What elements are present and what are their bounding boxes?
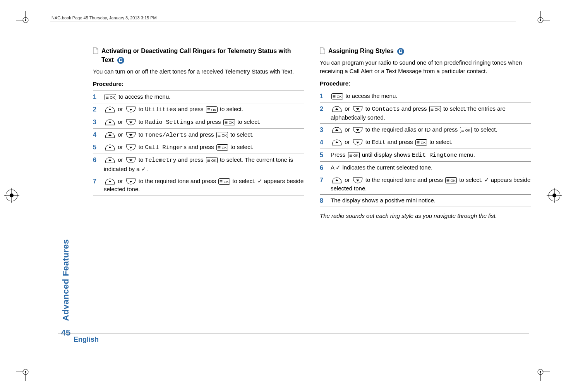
step-number: 7 [93, 177, 98, 194]
crop-mark-tl [16, 11, 30, 25]
feature-badge-icon [397, 48, 405, 55]
down-button-icon [125, 178, 136, 185]
ok-button-icon: ☰ OK [415, 139, 427, 146]
up-button-icon [105, 144, 115, 151]
step-number: 5 [93, 143, 98, 152]
down-button-icon [125, 144, 136, 151]
step: 2 or to Contacts and press ☰ OK to selec… [320, 103, 531, 124]
down-button-icon [125, 106, 136, 113]
step-number: 1 [320, 92, 325, 101]
ok-button-icon: ☰ OK [445, 177, 457, 183]
step-body: or to Tones/Alerts and press ☰ OK to sel… [104, 130, 304, 140]
step: 4 or to Tones/Alerts and press ☰ OK to s… [93, 128, 304, 141]
step: 7 or to the required tone and press ☰ OK… [93, 175, 304, 196]
registration-mark-right [547, 188, 562, 205]
document-icon [320, 47, 325, 54]
down-button-icon [352, 127, 363, 133]
step: 1 ☰ OK to access the menu. [320, 90, 531, 102]
step-body: or to the required alias or ID and press… [331, 125, 531, 134]
step-body: ☰ OK to access the menu. [104, 92, 304, 101]
svg-text:☰ OK: ☰ OK [207, 159, 216, 163]
svg-point-15 [540, 371, 541, 373]
ok-button-icon: ☰ OK [206, 157, 218, 163]
up-button-icon [105, 178, 115, 185]
svg-text:☰ OK: ☰ OK [218, 134, 227, 137]
up-button-icon [105, 132, 115, 138]
ok-button-icon: ☰ OK [460, 127, 472, 133]
svg-text:☰ OK: ☰ OK [220, 180, 229, 184]
svg-text:☰ OK: ☰ OK [218, 146, 227, 150]
right-column: Assigning Ring Styles You can program yo… [320, 46, 531, 346]
down-button-icon [352, 106, 363, 112]
intro-text: You can turn on or off the alert tones f… [93, 67, 304, 76]
intro-text: You can program your radio to sound one … [320, 58, 531, 75]
step-number: 5 [320, 151, 325, 160]
svg-text:☰ OK: ☰ OK [106, 96, 115, 99]
svg-text:☰ OK: ☰ OK [225, 121, 234, 125]
registration-mark-left [4, 188, 19, 205]
ok-button-icon: ☰ OK [216, 132, 228, 138]
step-number: 8 [320, 196, 325, 205]
step-list-left: 1 ☰ OK to access the menu. 2 or to Utili… [93, 91, 304, 195]
step-body: Press ☰ OK until display shows Edit Ring… [331, 151, 531, 160]
ok-button-icon: ☰ OK [206, 106, 218, 113]
step-body: or to Utilities and press ☰ OK to select… [104, 105, 304, 114]
step-body: or to the required tone and press ☰ OK t… [331, 176, 531, 193]
step: 4 or to Edit and press ☰ OK to select. [320, 136, 531, 149]
step-number: 4 [93, 130, 98, 140]
up-button-icon [105, 157, 115, 163]
running-header: NAG.book Page 45 Thursday, January 3, 20… [51, 15, 157, 20]
svg-text:☰ OK: ☰ OK [333, 95, 342, 99]
step-body: or to Contacts and press ☰ OK to select.… [331, 104, 531, 122]
step-body: ☰ OK to access the menu. [331, 92, 531, 101]
svg-rect-26 [120, 59, 122, 61]
step-number: 3 [93, 118, 98, 127]
crop-mark-bl [16, 367, 30, 381]
ok-button-icon: ☰ OK [105, 94, 116, 100]
step: 3 or to the required alias or ID and pre… [320, 123, 531, 136]
section-title-right: Assigning Ring Styles [320, 46, 531, 55]
step-number: 4 [320, 138, 325, 147]
up-button-icon [331, 177, 342, 183]
left-column: Activating or Deactivating Call Ringers … [93, 46, 304, 346]
step: 7 or to the required tone and press ☰ OK… [320, 174, 531, 194]
step-number: 6 [93, 156, 98, 173]
step-number: 1 [93, 92, 98, 101]
down-button-icon [125, 157, 136, 163]
down-button-icon [125, 132, 136, 138]
up-button-icon [331, 106, 342, 112]
procedure-label: Procedure: [320, 79, 531, 88]
step-number: 6 [320, 163, 325, 172]
step: 2 or to Utilities and press ☰ OK to sele… [93, 103, 304, 116]
up-button-icon [331, 127, 342, 133]
sidebar-section-label: Advanced Features [61, 239, 71, 321]
ok-button-icon: ☰ OK [223, 119, 235, 125]
svg-text:☰ OK: ☰ OK [417, 141, 426, 145]
step: 8 The display shows a positive mini noti… [320, 194, 531, 207]
columns: Activating or Deactivating Call Ringers … [93, 46, 531, 346]
section-title-left: Activating or Deactivating Call Ringers … [93, 46, 304, 64]
feature-badge-icon [117, 56, 125, 64]
step-body: or to Radio Settings and press ☰ OK to s… [104, 118, 304, 127]
document-icon [93, 47, 98, 54]
ok-button-icon: ☰ OK [331, 93, 343, 99]
step-body: The display shows a positive mini notice… [331, 196, 531, 205]
page-number: 45 [61, 328, 70, 338]
ok-button-icon: ☰ OK [348, 152, 360, 158]
step-body: or to Edit and press ☰ OK to select. [331, 138, 531, 147]
step: 5 Press ☰ OK until display shows Edit Ri… [320, 149, 531, 161]
step: 5 or to Call Ringers and press ☰ OK to s… [93, 141, 304, 154]
up-button-icon [105, 119, 115, 125]
sidebar: Advanced Features 45 [58, 46, 74, 346]
svg-text:☰ OK: ☰ OK [207, 108, 216, 112]
page-content: Advanced Features 45 Activating or Deact… [58, 46, 531, 346]
crop-mark-br [536, 367, 550, 381]
header-rule [50, 22, 516, 22]
svg-point-7 [540, 19, 541, 21]
section-heading: Activating or Deactivating Call Ringers … [101, 46, 304, 64]
up-button-icon [105, 106, 115, 113]
ok-button-icon: ☰ OK [216, 144, 228, 151]
step: 1 ☰ OK to access the menu. [93, 91, 304, 103]
step: 6 A ✓ indicates the current selected ton… [320, 161, 531, 174]
svg-text:☰ OK: ☰ OK [431, 108, 440, 111]
